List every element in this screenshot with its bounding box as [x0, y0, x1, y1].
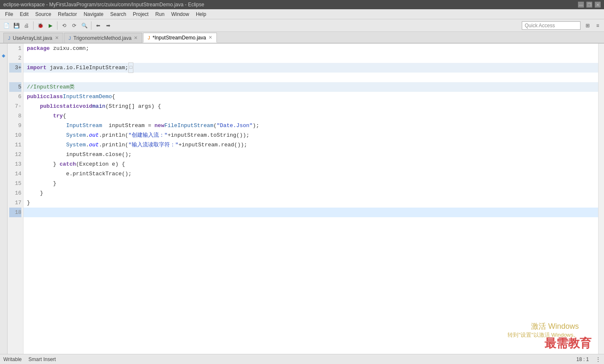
new-button[interactable]: 📄	[2, 21, 11, 30]
menu-search[interactable]: Search	[107, 10, 130, 18]
editor-container: ◆ 1 2 3+ 5 6 7◦ 8 9 10 11 12 13 14 15 16…	[0, 44, 604, 354]
status-extra: ⋮	[596, 356, 601, 362]
menu-help[interactable]: Help	[193, 10, 210, 18]
debug-button[interactable]: 🐞	[36, 21, 45, 30]
status-insert-mode: Smart Insert	[29, 356, 56, 362]
code-line-5: //InputStream类	[23, 82, 598, 92]
line-17: 17	[9, 198, 21, 208]
code-line-16: }	[23, 188, 598, 198]
toolbar-btn-5[interactable]: 🔍	[80, 21, 89, 30]
titlebar-title: eclipse-workspace - MyFirstJavaProgram/s…	[3, 2, 204, 8]
line-numbers: 1 2 3+ 5 6 7◦ 8 9 10 11 12 13 14 15 16 1…	[8, 44, 23, 354]
status-position: 18 : 1	[576, 356, 589, 362]
toolbar-sep-2	[57, 21, 57, 30]
tab-close-1[interactable]: ✕	[55, 35, 59, 41]
tab-icon-3: J	[148, 35, 150, 40]
toolbar-btn-3[interactable]: ⟲	[60, 21, 69, 30]
code-line-9: InputStream inputStream = new FileInputS…	[23, 121, 598, 130]
left-gutter: ◆	[0, 44, 8, 354]
code-line-18	[23, 208, 598, 217]
line-11: 11	[9, 140, 21, 150]
perspective-button[interactable]: ⊞	[583, 21, 592, 30]
line-14: 14	[9, 169, 21, 179]
import-collapse[interactable]: □	[128, 62, 134, 73]
run-last-button[interactable]: ▶	[46, 21, 55, 30]
status-writable: Writable	[3, 356, 22, 362]
menu-window[interactable]: Window	[168, 10, 193, 18]
print-button[interactable]: 🖨	[22, 21, 31, 30]
menu-project[interactable]: Project	[130, 10, 152, 18]
code-line-11: System.out.println("输入流读取字符："+inputStrea…	[23, 140, 598, 150]
toolbar-sep-1	[33, 21, 34, 30]
code-line-10: System.out.println("创建输入流："+inputStream.…	[23, 130, 598, 140]
line-2: 2	[9, 53, 21, 63]
tab-usearraylist[interactable]: J UseArrayList.java ✕	[3, 33, 63, 43]
code-line-7: public static void main(String[] args) {	[23, 101, 598, 111]
gutter-icon-1	[0, 44, 7, 51]
maximize-button[interactable]: ❐	[586, 2, 592, 8]
line-4	[9, 73, 21, 82]
minimize-button[interactable]: —	[578, 2, 584, 8]
tab-inputstream[interactable]: J *InputStreamDemo.java ✕	[143, 33, 217, 43]
code-line-14: e.printStackTrace();	[23, 169, 598, 179]
code-line-1: package zuixu.comn;	[23, 44, 598, 53]
line-1: 1	[9, 44, 21, 53]
line-7: 7◦	[9, 101, 21, 111]
toolbar-btn-4[interactable]: ⟳	[70, 21, 79, 30]
menu-file[interactable]: File	[2, 10, 16, 18]
line-13: 13	[9, 159, 21, 169]
titlebar: eclipse-workspace - MyFirstJavaProgram/s…	[0, 0, 604, 9]
line-9: 9	[9, 121, 21, 130]
view-button[interactable]: ≡	[593, 21, 602, 30]
tab-label-3: *InputStreamDemo.java	[153, 35, 206, 41]
tab-icon-1: J	[8, 36, 10, 41]
tabs-bar: J UseArrayList.java ✕ J TrigonometricMet…	[0, 32, 604, 44]
line-15: 15	[9, 179, 21, 188]
save-button[interactable]: 💾	[12, 21, 21, 30]
tab-label-1: UseArrayList.java	[13, 35, 52, 41]
tab-close-2[interactable]: ✕	[134, 35, 138, 41]
line-16: 16	[9, 188, 21, 198]
line-5: 5	[9, 82, 21, 92]
statusbar-right: 18 : 1 ⋮	[576, 356, 601, 362]
toolbar-sep-3	[91, 21, 91, 30]
menu-run[interactable]: Run	[152, 10, 168, 18]
right-gutter[interactable]	[598, 44, 604, 354]
menu-source[interactable]: Source	[32, 10, 55, 18]
code-line-2	[23, 53, 598, 63]
toolbar: 📄 💾 🖨 🐞 ▶ ⟲ ⟳ 🔍 ⬅ ➡ Quick Access ⊞ ≡	[0, 19, 604, 32]
close-button[interactable]: ✕	[595, 2, 601, 8]
tab-close-3[interactable]: ✕	[208, 35, 212, 40]
code-area[interactable]: package zuixu.comn; import java.io.FileI…	[23, 44, 598, 354]
gutter-bookmark[interactable]: ◆	[0, 52, 7, 59]
code-line-6: public class InputStreamDemo {	[23, 92, 598, 101]
menu-navigate[interactable]: Navigate	[80, 10, 107, 18]
titlebar-controls: — ❐ ✕	[578, 2, 601, 8]
code-line-4	[23, 73, 598, 82]
code-line-12: inputStream.close();	[23, 150, 598, 159]
line-6: 6	[9, 92, 21, 101]
code-line-3: import java.io.FileInputStream;□	[23, 63, 598, 73]
line-12: 12	[9, 150, 21, 159]
menu-edit[interactable]: Edit	[16, 10, 32, 18]
statusbar: Writable Smart Insert 18 : 1 ⋮	[0, 354, 604, 364]
line-10: 10	[9, 130, 21, 140]
toolbar-btn-6[interactable]: ⬅	[94, 21, 103, 30]
tab-icon-2: J	[69, 36, 71, 41]
code-line-13: } catch (Exception e) {	[23, 159, 598, 169]
line-3: 3+	[9, 63, 21, 73]
tab-label-2: TrigonometricMethod.java	[73, 35, 131, 41]
menubar: File Edit Source Refactor Navigate Searc…	[0, 9, 604, 19]
quick-access-input[interactable]: Quick Access	[522, 21, 581, 30]
code-line-17: }	[23, 198, 598, 208]
line-8: 8	[9, 111, 21, 121]
line-18: 18	[9, 208, 21, 217]
tab-trigonometric[interactable]: J TrigonometricMethod.java ✕	[64, 33, 143, 43]
code-line-8: try {	[23, 111, 598, 121]
code-line-15: }	[23, 179, 598, 188]
quick-access-label: Quick Access	[525, 23, 555, 29]
menu-refactor[interactable]: Refactor	[55, 10, 80, 18]
toolbar-btn-7[interactable]: ➡	[104, 21, 113, 30]
